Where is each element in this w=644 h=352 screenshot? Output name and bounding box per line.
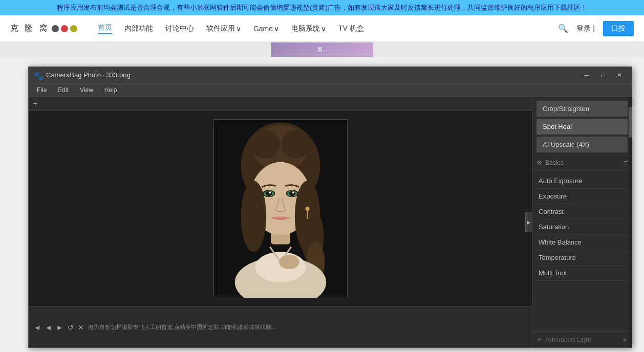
svg-point-19 — [289, 191, 295, 196]
window-controls: ─ □ ✕ — [579, 70, 627, 80]
filmstrip-text: 自力自创怎样摄影专业人工的首选,克精美中国的造影,功能机摄影成派联翻... — [88, 323, 527, 331]
svg-point-16 — [269, 191, 271, 193]
svg-point-21 — [305, 207, 309, 211]
canvas-toolbar: + — [29, 97, 532, 111]
advanced-light-section: ☀ Advanced Light ▶ — [532, 331, 632, 347]
app-icon: 🐾 — [34, 71, 42, 79]
below-header: 图... — [0, 42, 644, 57]
logo-area: 克 隆 窝 — [10, 23, 77, 34]
window-titlebar: 🐾 CameraBag Photo · 333.png ─ □ ✕ — [29, 67, 632, 83]
nav-forum[interactable]: 讨论中心 — [165, 24, 194, 33]
add-button[interactable]: + — [33, 99, 37, 108]
chevron-right-icon: ▶ — [527, 219, 531, 225]
announcement-bar: 程序应用发布前均会测试是否合理合规，有些小米联网软件后期可能会偷偷增置违规型(黄… — [0, 0, 644, 15]
menu-file[interactable]: File — [32, 85, 52, 95]
portrait-svg — [214, 120, 347, 298]
banner-image: 图... — [271, 42, 373, 57]
exposure-item[interactable]: Exposure — [536, 189, 628, 204]
nav-pc-system[interactable]: 电脑系统 ∨ — [291, 24, 326, 33]
register-button[interactable]: 口投 — [603, 21, 634, 36]
menu-edit[interactable]: Edit — [53, 85, 74, 95]
saturation-item[interactable]: Saturation — [536, 219, 628, 235]
svg-point-12 — [255, 252, 306, 282]
advanced-light-header[interactable]: ☀ Advanced Light ▶ — [536, 336, 628, 343]
photo-display — [213, 119, 348, 298]
canvas-viewport[interactable] — [29, 111, 532, 306]
website-header: 克 隆 窝 首页 内部功能 讨论中心 软件应用 ∨ Game ∨ 电脑系统 ∨ … — [0, 15, 644, 42]
nav-tv[interactable]: TV 机盒 — [338, 24, 364, 33]
chevron-down-icon-3: ∨ — [321, 25, 326, 33]
logo-icon-3 — [70, 25, 77, 32]
window-menubar: File Edit View Help — [29, 83, 632, 97]
login-button[interactable]: 登录 | — [576, 24, 595, 33]
canvas-area: + — [29, 97, 532, 347]
advanced-light-label: Advanced Light — [545, 336, 591, 343]
panel-separator: ⚙ Basics ≡ — [532, 157, 632, 169]
nav-home[interactable]: 首页 — [98, 23, 112, 34]
minimize-button[interactable]: ─ — [579, 70, 594, 80]
crop-straighten-button[interactable]: Crop/Straighten — [536, 101, 628, 117]
sun-icon: ☀ — [536, 336, 542, 343]
chevron-right-icon-adv: ▶ — [624, 337, 628, 342]
tool-buttons: Crop/Straighten Spot Heal AI Upscale (4X… — [532, 97, 632, 157]
ai-upscale-button[interactable]: AI Upscale (4X) — [536, 137, 628, 152]
logo-icon-1 — [52, 25, 59, 32]
svg-point-4 — [281, 130, 311, 159]
chevron-down-icon: ∨ — [236, 25, 241, 33]
basics-label: Basics — [545, 159, 563, 166]
multi-tool-item[interactable]: Multi Tool — [536, 266, 628, 281]
menu-help[interactable]: Help — [99, 85, 122, 95]
svg-point-7 — [241, 181, 266, 252]
maximize-button[interactable]: □ — [596, 70, 610, 80]
filmstrip-next-btn[interactable]: ► — [56, 323, 63, 332]
svg-point-15 — [266, 191, 272, 196]
photo-container — [213, 119, 348, 298]
white-balance-item[interactable]: White Balance — [536, 235, 628, 250]
filmstrip-reset-btn[interactable]: ↺ — [68, 323, 74, 332]
window-title: CameraBag Photo · 333.png — [46, 71, 575, 79]
nav-links: 首页 内部功能 讨论中心 软件应用 ∨ Game ∨ 电脑系统 ∨ TV 机盒 — [98, 23, 559, 34]
filmstrip-prev-btn[interactable]: ◄ — [45, 323, 52, 332]
logo-text: 克 隆 窝 — [10, 23, 50, 34]
settings-icon: ⚙ — [536, 159, 542, 166]
nav-software[interactable]: 软件应用 ∨ — [206, 24, 241, 33]
panel-expand-button[interactable]: ▶ — [525, 212, 532, 232]
banner-text: 图... — [317, 46, 327, 53]
adjustments-list: Auto Exposure Exposure Contrast Saturati… — [532, 169, 632, 331]
hamburger-icon[interactable]: ≡ — [624, 159, 628, 167]
app-window: 🐾 CameraBag Photo · 333.png ─ □ ✕ File E… — [28, 67, 632, 348]
logo-icon-2 — [61, 25, 68, 32]
nav-game[interactable]: Game ∨ — [253, 25, 279, 33]
filmstrip-close-btn[interactable]: ✕ — [78, 323, 84, 332]
svg-point-20 — [292, 191, 294, 193]
search-icon[interactable]: 🔍 — [558, 24, 568, 33]
right-panel: ▶ Crop/Straighten Spot Heal AI Upscale (… — [532, 97, 632, 347]
auto-exposure-item[interactable]: Auto Exposure — [536, 173, 628, 189]
filmstrip-controls: ◄ ◄ ► ↺ ✕ — [34, 323, 84, 332]
filmstrip-back-btn[interactable]: ◄ — [34, 323, 41, 332]
announcement-text: 程序应用发布前均会测试是否合理合规，有些小米联网软件后期可能会偷偷增置违规型(黄… — [57, 4, 587, 11]
contrast-item[interactable]: Contrast — [536, 204, 628, 219]
menu-view[interactable]: View — [75, 85, 98, 95]
temperature-item[interactable]: Temperature — [536, 250, 628, 266]
spot-heal-button[interactable]: Spot Heal — [536, 119, 628, 135]
chevron-down-icon-2: ∨ — [274, 25, 279, 33]
svg-point-3 — [249, 130, 280, 159]
window-body: + — [29, 97, 632, 347]
nav-internal[interactable]: 内部功能 — [124, 24, 153, 33]
nav-right: 🔍 登录 | 口投 — [558, 21, 634, 36]
canvas-filmstrip: ◄ ◄ ► ↺ ✕ 自力自创怎样摄影专业人工的首选,克精美中国的造影,功能机摄影… — [29, 306, 532, 347]
logo-icons — [52, 25, 77, 32]
close-button[interactable]: ✕ — [612, 70, 627, 80]
